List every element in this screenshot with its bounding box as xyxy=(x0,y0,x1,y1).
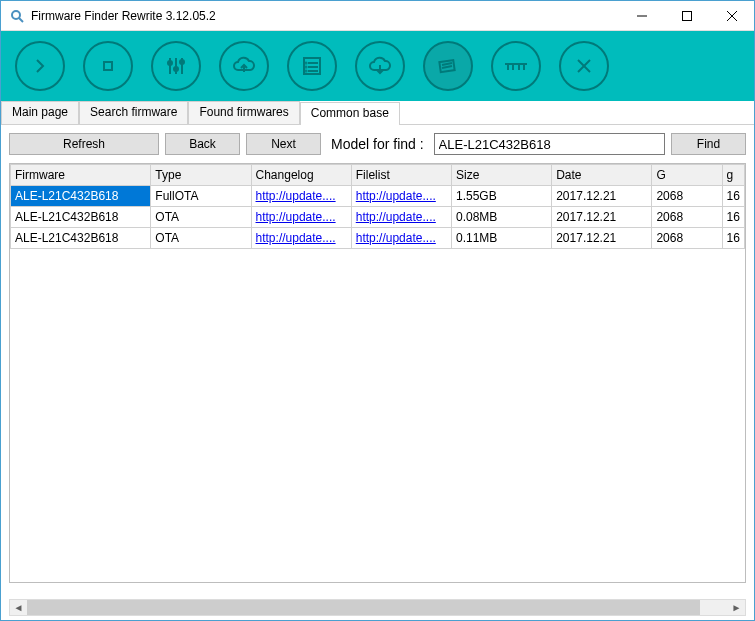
table-row[interactable]: ALE-L21C432B618 FullOTA http://update...… xyxy=(11,186,745,207)
cell-g1[interactable]: 2068 xyxy=(652,207,722,228)
svg-line-23 xyxy=(442,63,452,65)
app-icon xyxy=(9,8,25,24)
changelog-link[interactable]: http://update.... xyxy=(256,210,336,224)
back-button[interactable]: Back xyxy=(165,133,240,155)
cell-filelist[interactable]: http://update.... xyxy=(351,186,451,207)
tab-main-page[interactable]: Main page xyxy=(1,101,79,124)
cell-g2[interactable]: 16 xyxy=(722,228,744,249)
cell-size[interactable]: 1.55GB xyxy=(451,186,551,207)
cell-date[interactable]: 2017.12.21 xyxy=(552,228,652,249)
table-row[interactable]: ALE-L21C432B618 OTA http://update.... ht… xyxy=(11,228,745,249)
svg-line-24 xyxy=(442,66,452,68)
filelist-link[interactable]: http://update.... xyxy=(356,210,436,224)
cell-size[interactable]: 0.08MB xyxy=(451,207,551,228)
tab-search-firmware[interactable]: Search firmware xyxy=(79,101,188,124)
toolbar-cloud-download-button[interactable] xyxy=(355,41,405,91)
toolbar-forward-button[interactable] xyxy=(15,41,65,91)
col-changelog[interactable]: Changelog xyxy=(251,165,351,186)
refresh-button[interactable]: Refresh xyxy=(9,133,159,155)
cell-changelog[interactable]: http://update.... xyxy=(251,207,351,228)
model-input[interactable] xyxy=(434,133,665,155)
controls-row: Refresh Back Next Model for find : Find xyxy=(1,125,754,163)
changelog-link[interactable]: http://update.... xyxy=(256,189,336,203)
toolbar xyxy=(1,31,754,101)
cell-size[interactable]: 0.11MB xyxy=(451,228,551,249)
col-g-lower[interactable]: g xyxy=(722,165,744,186)
tab-common-base[interactable]: Common base xyxy=(300,102,400,125)
toolbar-stop-button[interactable] xyxy=(83,41,133,91)
cell-g2[interactable]: 16 xyxy=(722,186,744,207)
model-label: Model for find : xyxy=(331,136,424,152)
results-grid[interactable]: Firmware Type Changelog Filelist Size Da… xyxy=(9,163,746,583)
svg-point-20 xyxy=(306,71,307,72)
svg-rect-3 xyxy=(682,11,691,20)
maximize-button[interactable] xyxy=(664,1,709,31)
find-button[interactable]: Find xyxy=(671,133,746,155)
horizontal-scrollbar[interactable]: ◄ ► xyxy=(9,599,746,616)
filelist-link[interactable]: http://update.... xyxy=(356,189,436,203)
cell-type[interactable]: OTA xyxy=(151,207,251,228)
cell-firmware[interactable]: ALE-L21C432B618 xyxy=(11,207,151,228)
toolbar-firmware-button[interactable] xyxy=(423,41,473,91)
next-button[interactable]: Next xyxy=(246,133,321,155)
table-header-row: Firmware Type Changelog Filelist Size Da… xyxy=(11,165,745,186)
tab-found-firmwares[interactable]: Found firmwares xyxy=(188,101,299,124)
col-g-upper[interactable]: G xyxy=(652,165,722,186)
col-firmware[interactable]: Firmware xyxy=(11,165,151,186)
cell-filelist[interactable]: http://update.... xyxy=(351,207,451,228)
scroll-thumb[interactable] xyxy=(27,600,700,615)
cell-g2[interactable]: 16 xyxy=(722,207,744,228)
cell-firmware[interactable]: ALE-L21C432B618 xyxy=(11,228,151,249)
svg-rect-6 xyxy=(104,62,112,70)
toolbar-bridge-button[interactable] xyxy=(491,41,541,91)
window-controls xyxy=(619,1,754,31)
svg-point-19 xyxy=(306,67,307,68)
svg-point-0 xyxy=(12,11,20,19)
scroll-track[interactable] xyxy=(27,600,728,615)
tabbar: Main page Search firmware Found firmware… xyxy=(1,101,754,125)
col-filelist[interactable]: Filelist xyxy=(351,165,451,186)
window-title: Firmware Finder Rewrite 3.12.05.2 xyxy=(31,9,619,23)
cell-date[interactable]: 2017.12.21 xyxy=(552,186,652,207)
col-date[interactable]: Date xyxy=(552,165,652,186)
cell-date[interactable]: 2017.12.21 xyxy=(552,207,652,228)
table-row[interactable]: ALE-L21C432B618 OTA http://update.... ht… xyxy=(11,207,745,228)
titlebar: Firmware Finder Rewrite 3.12.05.2 xyxy=(1,1,754,31)
cell-firmware[interactable]: ALE-L21C432B618 xyxy=(11,186,151,207)
col-type[interactable]: Type xyxy=(151,165,251,186)
toolbar-settings-button[interactable] xyxy=(151,41,201,91)
svg-point-18 xyxy=(306,63,307,64)
col-size[interactable]: Size xyxy=(451,165,551,186)
svg-line-1 xyxy=(19,18,23,22)
filelist-link[interactable]: http://update.... xyxy=(356,231,436,245)
cell-g1[interactable]: 2068 xyxy=(652,228,722,249)
toolbar-list-button[interactable] xyxy=(287,41,337,91)
changelog-link[interactable]: http://update.... xyxy=(256,231,336,245)
cell-filelist[interactable]: http://update.... xyxy=(351,228,451,249)
minimize-button[interactable] xyxy=(619,1,664,31)
cell-changelog[interactable]: http://update.... xyxy=(251,228,351,249)
cell-g1[interactable]: 2068 xyxy=(652,186,722,207)
scroll-left-arrow[interactable]: ◄ xyxy=(10,600,27,615)
cell-type[interactable]: FullOTA xyxy=(151,186,251,207)
cell-changelog[interactable]: http://update.... xyxy=(251,186,351,207)
scroll-right-arrow[interactable]: ► xyxy=(728,600,745,615)
cell-type[interactable]: OTA xyxy=(151,228,251,249)
close-button[interactable] xyxy=(709,1,754,31)
toolbar-close-button[interactable] xyxy=(559,41,609,91)
toolbar-cloud-upload-button[interactable] xyxy=(219,41,269,91)
